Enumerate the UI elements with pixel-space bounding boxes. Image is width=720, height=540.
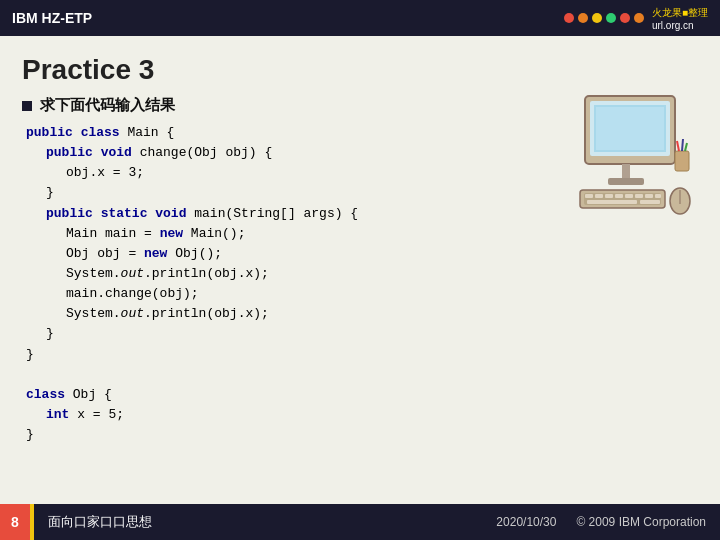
svg-rect-14 [645,194,653,198]
footer-divider [30,504,34,540]
code-line-blank [26,365,698,385]
code-line-15: } [26,425,698,445]
svg-rect-3 [596,107,664,150]
svg-rect-11 [615,194,623,198]
svg-rect-5 [608,178,644,185]
footer: 8 面向口家口口思想 2020/10/30 © 2009 IBM Corpora… [0,504,720,540]
code-line-10: System.out.println(obj.x); [26,304,698,324]
computer-illustration [570,86,700,216]
dot-red [564,13,574,23]
svg-rect-12 [625,194,633,198]
header-right: 火龙果■整理url.org.cn [564,6,708,31]
dot-green [606,13,616,23]
dot-yellow [592,13,602,23]
svg-line-23 [685,143,687,151]
svg-rect-8 [585,194,593,198]
bullet-icon [22,101,32,111]
svg-rect-4 [622,164,630,180]
svg-rect-13 [635,194,643,198]
code-line-9: main.change(obj); [26,284,698,304]
dot-orange [578,13,588,23]
header-title: IBM HZ-ETP [12,10,92,26]
footer-nav-text: 面向口家口口思想 [48,513,496,531]
dot-red2 [620,13,630,23]
header: IBM HZ-ETP 火龙果■整理url.org.cn [0,0,720,36]
svg-rect-16 [587,200,637,204]
computer-svg [570,86,700,216]
code-line-12: } [26,345,698,365]
code-line-14: int x = 5; [26,405,698,425]
code-line-6: Main main = new Main(); [26,224,698,244]
header-dots [564,13,644,23]
svg-rect-9 [595,194,603,198]
bullet-text: 求下面代码输入结果 [40,96,175,115]
footer-date: 2020/10/30 [496,515,556,529]
header-logo: 火龙果■整理url.org.cn [652,6,708,31]
footer-copyright: © 2009 IBM Corporation [576,515,706,529]
page-title: Practice 3 [22,54,698,86]
svg-rect-17 [640,200,660,204]
code-line-7: Obj obj = new Obj(); [26,244,698,264]
dot-orange2 [634,13,644,23]
code-line-11: } [26,324,698,344]
main-content: Practice 3 求下面代码输入结果 public class Main {… [0,36,720,504]
svg-rect-15 [655,194,661,198]
svg-line-21 [677,141,679,151]
svg-line-22 [682,139,683,151]
svg-rect-10 [605,194,613,198]
footer-page-number: 8 [0,504,30,540]
svg-rect-20 [675,151,689,171]
code-line-8: System.out.println(obj.x); [26,264,698,284]
code-line-13: class Obj { [26,385,698,405]
